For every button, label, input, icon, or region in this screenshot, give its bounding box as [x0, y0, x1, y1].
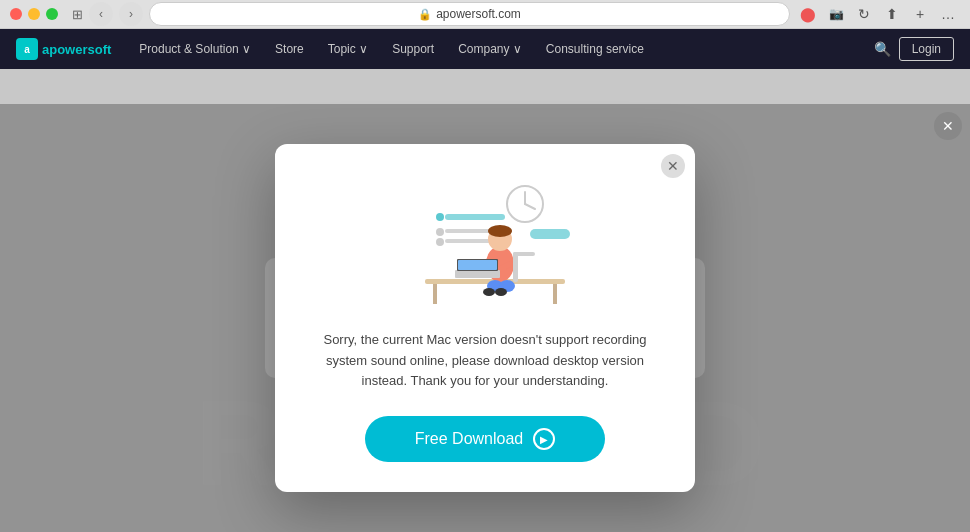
modal-overlay: ✕ ✕ — [0, 104, 970, 532]
nav-store[interactable]: Store — [263, 29, 316, 69]
download-btn-label: Free Download — [415, 430, 524, 448]
refresh-icon[interactable]: ↻ — [852, 2, 876, 26]
svg-rect-5 — [445, 239, 495, 243]
page-background: ✓ 🖥 Screen 🎤 Microphone RECORD ✕ ✕ — [0, 104, 970, 532]
modal-close-button[interactable]: ✕ — [661, 154, 685, 178]
browser-chrome: ⊞ ‹ › 🔒 apowersoft.com ⬤ 📷 ↻ ⬆ + … — [0, 0, 970, 29]
logo-icon: a — [16, 38, 38, 60]
nav-product[interactable]: Product & Solution ∨ — [127, 29, 263, 69]
svg-point-21 — [495, 288, 507, 296]
svg-rect-24 — [455, 270, 500, 278]
svg-line-2 — [525, 204, 535, 209]
maximize-traffic-light[interactable] — [46, 8, 58, 20]
svg-point-15 — [488, 225, 512, 237]
svg-point-8 — [436, 238, 444, 246]
back-button[interactable]: ‹ — [89, 2, 113, 26]
share-icon[interactable]: ⬆ — [880, 2, 904, 26]
site-navbar: a apowersoft Product & Solution ∨ Store … — [0, 29, 970, 69]
login-button[interactable]: Login — [899, 37, 954, 61]
svg-rect-12 — [553, 284, 557, 304]
svg-point-20 — [483, 288, 495, 296]
forward-button[interactable]: › — [119, 2, 143, 26]
svg-rect-4 — [445, 229, 490, 233]
svg-rect-23 — [513, 252, 535, 256]
svg-point-7 — [436, 228, 444, 236]
security-icon: 🔒 — [418, 8, 432, 21]
svg-rect-22 — [513, 252, 518, 282]
nav-topic[interactable]: Topic ∨ — [316, 29, 380, 69]
camera-icon[interactable]: 📷 — [824, 2, 848, 26]
toolbar-icons: ⬤ 📷 ↻ ⬆ + … — [796, 2, 960, 26]
browser-titlebar: ⊞ ‹ › 🔒 apowersoft.com ⬤ 📷 ↻ ⬆ + … — [0, 0, 970, 28]
minimize-traffic-light[interactable] — [28, 8, 40, 20]
free-download-button[interactable]: Free Download ▶ — [365, 416, 605, 462]
modal-illustration — [385, 174, 585, 314]
modal-dialog: ✕ — [275, 144, 695, 492]
svg-rect-9 — [530, 229, 570, 239]
close-traffic-light[interactable] — [10, 8, 22, 20]
svg-point-6 — [436, 213, 444, 221]
address-bar[interactable]: 🔒 apowersoft.com — [149, 2, 790, 26]
more-icon[interactable]: … — [936, 2, 960, 26]
svg-rect-3 — [445, 214, 505, 220]
svg-rect-11 — [433, 284, 437, 304]
sidebar-icon[interactable]: ⊞ — [72, 7, 83, 22]
search-icon[interactable]: 🔍 — [866, 41, 899, 57]
url-text: apowersoft.com — [436, 7, 521, 21]
modal-message: Sorry, the current Mac version doesn't s… — [305, 330, 665, 392]
site-logo[interactable]: a apowersoft — [16, 38, 111, 60]
record-icon[interactable]: ⬤ — [796, 2, 820, 26]
nav-support[interactable]: Support — [380, 29, 446, 69]
outside-close-button[interactable]: ✕ — [934, 112, 962, 140]
nav-company[interactable]: Company ∨ — [446, 29, 534, 69]
logo-text: apowersoft — [42, 42, 111, 57]
svg-rect-26 — [458, 260, 497, 270]
nav-consulting[interactable]: Consulting service — [534, 29, 656, 69]
new-tab-icon[interactable]: + — [908, 2, 932, 26]
play-icon: ▶ — [533, 428, 555, 450]
